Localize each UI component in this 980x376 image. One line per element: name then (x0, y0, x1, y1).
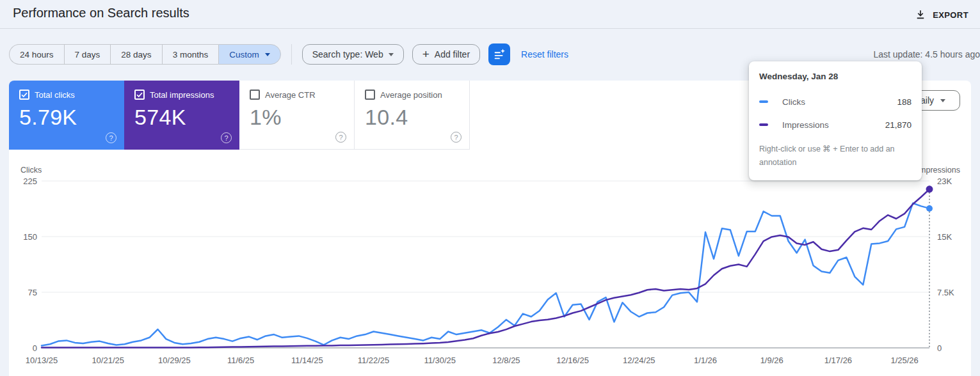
x-axis-tick: 11/30/25 (424, 356, 456, 365)
tooltip-series-value: 21,870 (885, 120, 912, 130)
series-dash-icon (759, 100, 768, 103)
x-axis-tick: 11/22/25 (358, 356, 390, 365)
x-axis-tick: 12/8/25 (492, 356, 520, 365)
tooltip-annotation-hint: Right-click or use ⌘ + Enter to add an a… (759, 143, 912, 169)
performance-chart[interactable]: 00757.5K15015K22523K10/13/2510/21/2510/2… (0, 0, 980, 376)
series-dash-icon (759, 123, 768, 126)
tooltip-row-impressions: Impressions21,870 (759, 113, 912, 136)
x-axis-tick: 1/1/26 (694, 356, 717, 365)
left-axis-tick: 75 (28, 288, 37, 297)
tooltip-series-value: 188 (897, 97, 912, 107)
right-axis-tick: 23K (937, 176, 952, 186)
right-axis-tick: 7.5K (937, 288, 954, 297)
x-axis-tick: 10/13/25 (26, 356, 58, 365)
tooltip-row-clicks: Clicks188 (759, 90, 912, 113)
hover-dot-clicks (926, 205, 933, 212)
left-axis-tick: 150 (23, 232, 37, 242)
x-axis-tick: 1/9/26 (760, 356, 783, 365)
left-axis-tick: 225 (23, 176, 37, 186)
tooltip-rows: Clicks188Impressions21,870 (759, 90, 912, 136)
series-line-clicks (42, 203, 929, 346)
tooltip-date: Wednesday, Jan 28 (759, 72, 912, 81)
series-line-impressions (42, 189, 929, 348)
right-axis-tick: 15K (937, 232, 952, 242)
tooltip-series-label: Clicks (782, 97, 805, 107)
x-axis-tick: 10/29/25 (158, 356, 191, 365)
left-axis-tick: 0 (33, 343, 37, 353)
x-axis-tick: 1/17/26 (824, 356, 852, 365)
x-axis-tick: 12/16/25 (556, 356, 589, 365)
x-axis-tick: 10/21/25 (92, 356, 124, 365)
x-axis-tick: 11/6/25 (227, 356, 254, 365)
chevron-down-icon (940, 99, 945, 102)
tooltip-series-label: Impressions (782, 120, 829, 130)
x-axis-tick: 12/24/25 (623, 356, 655, 365)
x-axis-tick: 11/14/25 (291, 356, 323, 365)
hover-dot-impressions (926, 185, 933, 192)
x-axis-tick: 1/25/26 (890, 356, 918, 365)
chart-tooltip: Wednesday, Jan 28 Clicks188Impressions21… (749, 61, 922, 180)
right-axis-tick: 0 (937, 343, 942, 353)
